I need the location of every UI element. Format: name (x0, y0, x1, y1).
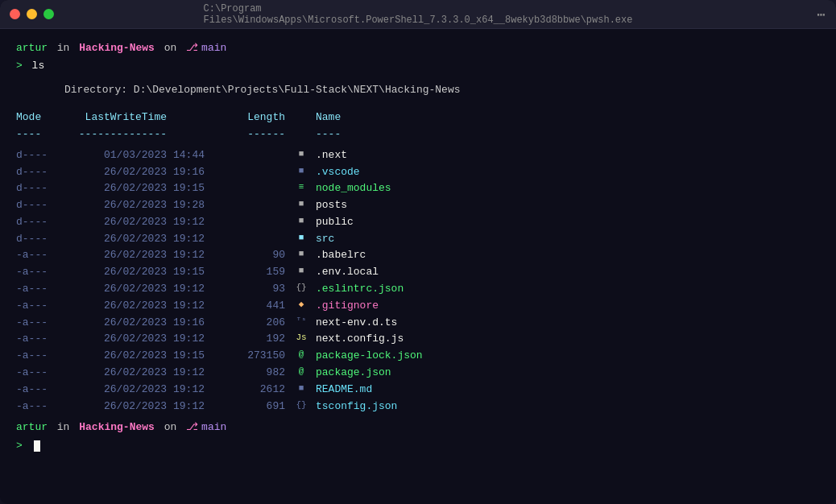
file-date: 26/02/2023 (77, 164, 173, 181)
file-date: 26/02/2023 (77, 281, 173, 298)
file-icon: @ (290, 365, 312, 382)
file-icon: ■ (290, 382, 312, 399)
file-mode: d---- (16, 231, 77, 248)
file-mode: -a--- (16, 315, 77, 332)
file-date: 26/02/2023 (77, 399, 173, 415)
file-name: next-env.d.ts (312, 315, 820, 332)
menu-icon[interactable]: ⋯ (817, 6, 826, 23)
directory-label: Directory: (64, 84, 134, 96)
table-row: -a--- 26/02/2023 19:12 691 {} tsconfig.j… (16, 399, 820, 415)
file-time: 19:12 (173, 365, 217, 382)
table-row: -a--- 26/02/2023 19:16 206 ᵀˢ next-env.d… (16, 315, 820, 332)
terminal-body[interactable]: artur in Hacking-News on ⎇ main > ls Dir… (0, 29, 836, 504)
table-row: d---- 26/02/2023 19:12 ■ src (16, 231, 820, 248)
file-size (217, 197, 290, 214)
file-icon: ■ (290, 247, 312, 264)
file-mode: -a--- (16, 331, 77, 348)
maximize-button[interactable] (43, 9, 54, 19)
file-date: 26/02/2023 (77, 298, 173, 315)
file-name: public (312, 214, 820, 231)
file-icon: @ (290, 348, 312, 365)
file-date: 26/02/2023 (77, 214, 173, 231)
file-name: package.json (312, 365, 820, 382)
traffic-lights (10, 9, 54, 19)
command-line: > ls (16, 58, 820, 74)
file-date: 26/02/2023 (77, 180, 173, 197)
minimize-button[interactable] (27, 9, 37, 19)
file-time: 19:12 (173, 214, 217, 231)
file-icon: ■ (290, 264, 312, 281)
file-mode: -a--- (16, 247, 77, 264)
file-size: 441 (217, 298, 290, 315)
file-date: 26/02/2023 (77, 382, 173, 399)
table-row: d---- 01/03/2023 14:44 ■ .next (16, 147, 820, 164)
title-bar: C:\Program Files\WindowsApps\Microsoft.P… (0, 0, 836, 29)
file-date: 26/02/2023 (77, 231, 173, 248)
file-time: 19:12 (173, 298, 217, 315)
table-row: d---- 26/02/2023 19:28 ■ posts (16, 197, 820, 214)
file-name: posts (312, 197, 820, 214)
file-date: 26/02/2023 (77, 365, 173, 382)
file-date: 26/02/2023 (77, 331, 173, 348)
file-size (217, 164, 290, 181)
file-time: 19:12 (173, 399, 217, 415)
file-icon: ᵀˢ (290, 315, 312, 332)
branch-name-2: main (201, 419, 226, 436)
file-mode: d---- (16, 180, 77, 197)
file-list: d---- 01/03/2023 14:44 ■ .next d---- 26/… (16, 147, 820, 415)
file-icon: ■ (290, 147, 312, 164)
file-name: .gitignore (312, 298, 820, 315)
table-row: -a--- 26/02/2023 19:12 441 ◆ .gitignore (16, 298, 820, 315)
file-size (217, 180, 290, 197)
directory-path: D:\Development\Projects\Full-Stack\NEXT\… (134, 84, 461, 96)
on-label: on (158, 40, 183, 56)
file-mode: d---- (16, 164, 77, 181)
file-time: 19:28 (173, 197, 217, 214)
directory-line: Directory: D:\Development\Projects\Full-… (16, 82, 820, 98)
command-text: ls (32, 58, 45, 74)
close-button[interactable] (10, 9, 20, 19)
username: artur (16, 40, 48, 56)
table-row: -a--- 26/02/2023 19:15 273150 @ package-… (16, 348, 820, 365)
prompt-line-2: artur in Hacking-News on ⎇ main (16, 419, 820, 436)
col-header-date: LastWriteTime (77, 109, 173, 126)
file-mode: -a--- (16, 264, 77, 281)
file-size: 2612 (217, 382, 290, 399)
table-row: -a--- 26/02/2023 19:12 2612 ■ README.md (16, 382, 820, 399)
file-date: 26/02/2023 (77, 264, 173, 281)
file-size (217, 231, 290, 248)
file-mode: d---- (16, 147, 77, 164)
file-mode: -a--- (16, 281, 77, 298)
file-size (217, 214, 290, 231)
file-name: next.config.js (312, 331, 820, 348)
window-title: C:\Program Files\WindowsApps\Microsoft.P… (204, 3, 633, 26)
file-mode: -a--- (16, 298, 77, 315)
file-date: 01/03/2023 (77, 147, 173, 164)
file-date: 26/02/2023 (77, 247, 173, 264)
file-date: 26/02/2023 (77, 197, 173, 214)
command-line-2: > (16, 438, 820, 454)
file-size: 206 (217, 315, 290, 332)
file-time: 19:15 (173, 180, 217, 197)
table-row: -a--- 26/02/2023 19:12 93 {} .eslintrc.j… (16, 281, 820, 298)
table-row: -a--- 26/02/2023 19:12 192 Js next.confi… (16, 331, 820, 348)
file-size: 273150 (217, 348, 290, 365)
table-row: d---- 26/02/2023 19:15 ≡ node_modules (16, 180, 820, 197)
current-dir-2: Hacking-News (79, 419, 155, 436)
in-label: in (51, 40, 76, 56)
file-time: 19:12 (173, 281, 217, 298)
file-time: 19:12 (173, 231, 217, 248)
file-name: .next (312, 147, 820, 164)
file-name: .vscode (312, 164, 820, 181)
current-dir: Hacking-News (79, 40, 155, 56)
file-name: README.md (312, 382, 820, 399)
file-icon: {} (290, 399, 312, 415)
file-size: 93 (217, 281, 290, 298)
col-header-length: Length (217, 109, 290, 126)
file-name: tsconfig.json (312, 399, 820, 415)
file-mode: d---- (16, 197, 77, 214)
file-mode: -a--- (16, 348, 77, 365)
git-icon-2: ⎇ (186, 419, 198, 436)
file-mode: -a--- (16, 382, 77, 399)
file-time: 19:16 (173, 315, 217, 332)
